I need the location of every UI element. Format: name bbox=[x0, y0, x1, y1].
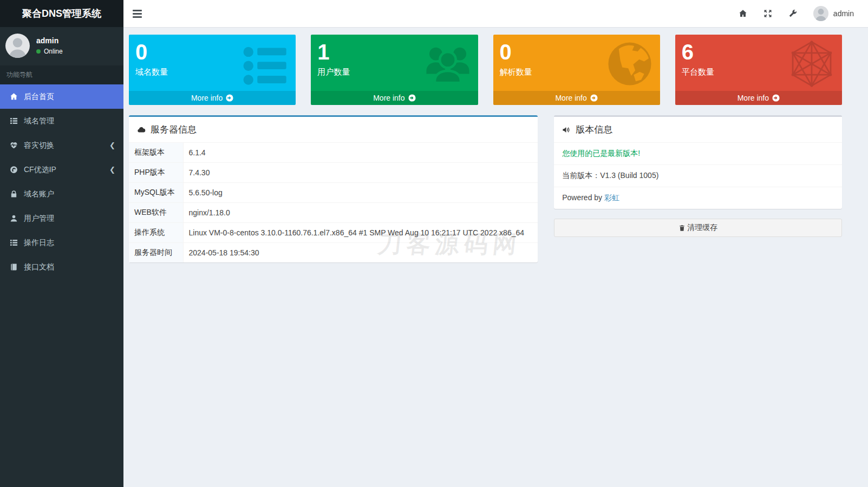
stat-box-platforms: 6 平台数量 More info bbox=[675, 35, 842, 105]
version-info-panel: 版本信息 您使用的已是最新版本! 当前版本：V1.3 (Build 1005) … bbox=[554, 115, 842, 209]
table-row: MySQL版本5.6.50-log bbox=[129, 183, 538, 203]
sidebar-item-api-docs[interactable]: 接口文档 bbox=[0, 255, 123, 279]
more-info-label: More info bbox=[191, 94, 223, 102]
chevron-left-icon: ❮ bbox=[109, 142, 115, 149]
trash-icon bbox=[678, 225, 686, 232]
sidebar-item-domain-manage[interactable]: 域名管理 bbox=[0, 109, 123, 133]
more-info-link[interactable]: More info bbox=[311, 91, 478, 105]
powered-by: Powered by 彩虹 bbox=[554, 187, 842, 209]
more-info-label: More info bbox=[373, 94, 404, 102]
chevron-left-icon: ❮ bbox=[109, 166, 115, 173]
app-logo: 聚合DNS管理系统 bbox=[0, 0, 123, 27]
latest-version-message: 您使用的已是最新版本! bbox=[554, 143, 842, 165]
sidebar-item-operation-log[interactable]: 操作日志 bbox=[0, 231, 123, 255]
server-info-header: 服务器信息 bbox=[129, 117, 538, 143]
globe-icon bbox=[10, 166, 18, 174]
stat-value: 6 bbox=[682, 40, 836, 64]
stat-boxes-row: 0 域名数量 More info 1 用户数量 More info bbox=[129, 35, 842, 105]
version-list: 您使用的已是最新版本! 当前版本：V1.3 (Build 1005) Power… bbox=[554, 143, 842, 209]
sidebar-item-label: 接口文档 bbox=[24, 262, 54, 272]
stat-box-users: 1 用户数量 More info bbox=[311, 35, 478, 105]
sidebar-item-failover[interactable]: 容灾切换 ❮ bbox=[0, 133, 123, 157]
list-icon bbox=[10, 117, 18, 125]
sidebar-toggle-button[interactable] bbox=[123, 0, 151, 27]
arrow-circle-icon bbox=[590, 94, 598, 102]
arrow-circle-icon bbox=[226, 94, 233, 102]
sidebar-item-label: 操作日志 bbox=[24, 238, 54, 248]
table-row: 操作系统Linux VM-0-8-centos 3.10.0-1160.76.1… bbox=[129, 223, 538, 243]
powered-by-link[interactable]: 彩虹 bbox=[604, 193, 619, 202]
sidebar-user-panel: admin Online bbox=[0, 27, 123, 65]
panel-title: 版本信息 bbox=[576, 123, 612, 136]
heartbeat-icon bbox=[10, 141, 18, 149]
lock-icon bbox=[10, 190, 18, 198]
volume-icon bbox=[562, 126, 571, 134]
user-menu[interactable]: admin bbox=[813, 6, 854, 21]
more-info-link[interactable]: More info bbox=[675, 91, 842, 105]
user-status-label: Online bbox=[44, 48, 63, 55]
sidebar-item-label: 域名管理 bbox=[24, 116, 54, 126]
settings-wrench-icon[interactable] bbox=[788, 9, 797, 18]
server-info-panel: 服务器信息 框架版本6.1.4 PHP版本7.4.30 MySQL版本5.6.5… bbox=[129, 115, 538, 262]
table-row: PHP版本7.4.30 bbox=[129, 163, 538, 183]
table-row: 框架版本6.1.4 bbox=[129, 143, 538, 163]
online-status-dot bbox=[36, 49, 41, 54]
panel-title: 服务器信息 bbox=[151, 123, 197, 136]
sidebar-item-cf-ip[interactable]: CF优选IP ❮ bbox=[0, 157, 123, 182]
stat-label: 用户数量 bbox=[317, 67, 471, 77]
navbar-user-name: admin bbox=[833, 9, 854, 18]
more-info-link[interactable]: More info bbox=[129, 91, 296, 105]
stat-value: 0 bbox=[500, 40, 654, 64]
current-version: 当前版本：V1.3 (Build 1005) bbox=[554, 165, 842, 187]
home-icon bbox=[10, 93, 18, 101]
navbar-right: admin bbox=[739, 6, 868, 21]
arrow-circle-icon bbox=[772, 94, 780, 102]
sidebar-item-label: 域名账户 bbox=[24, 189, 54, 199]
sidebar-item-label: CF优选IP bbox=[24, 165, 56, 175]
user-status: Online bbox=[36, 48, 63, 55]
avatar bbox=[813, 6, 828, 21]
table-row: 服务器时间2024-05-18 19:54:30 bbox=[129, 243, 538, 263]
sidebar-item-label: 用户管理 bbox=[24, 214, 54, 223]
book-icon bbox=[10, 263, 18, 271]
avatar bbox=[5, 34, 30, 58]
more-info-label: More info bbox=[738, 94, 769, 102]
stat-value: 0 bbox=[135, 40, 289, 64]
sidebar-item-domain-accounts[interactable]: 域名账户 bbox=[0, 182, 123, 206]
sidebar-user-name: admin bbox=[36, 36, 63, 45]
stat-label: 域名数量 bbox=[135, 67, 289, 77]
fullscreen-icon[interactable] bbox=[763, 9, 772, 18]
stat-label: 解析数量 bbox=[500, 67, 654, 77]
more-info-label: More info bbox=[555, 94, 586, 102]
clear-cache-button[interactable]: 清理缓存 bbox=[554, 219, 842, 237]
arrow-circle-icon bbox=[408, 94, 416, 102]
stat-box-domains: 0 域名数量 More info bbox=[129, 35, 296, 105]
stat-box-records: 0 解析数量 More info bbox=[493, 35, 660, 105]
nav-section-header: 功能导航 bbox=[0, 65, 123, 84]
more-info-link[interactable]: More info bbox=[493, 91, 660, 105]
sidebar-item-label: 后台首页 bbox=[24, 92, 54, 102]
sidebar: 聚合DNS管理系统 admin Online 功能导航 后台首页 域名管理 容灾… bbox=[0, 0, 123, 487]
home-icon[interactable] bbox=[739, 9, 747, 18]
sidebar-item-user-manage[interactable]: 用户管理 bbox=[0, 206, 123, 231]
top-navbar: admin bbox=[123, 0, 868, 27]
stat-value: 1 bbox=[317, 40, 471, 64]
version-info-header: 版本信息 bbox=[554, 117, 842, 143]
server-info-table: 框架版本6.1.4 PHP版本7.4.30 MySQL版本5.6.50-log … bbox=[129, 143, 538, 262]
sidebar-item-label: 容灾切换 bbox=[24, 141, 54, 150]
sidebar-menu: 后台首页 域名管理 容灾切换 ❮ CF优选IP ❮ 域名账户 用户管理 操作日志 bbox=[0, 84, 123, 279]
log-list-icon bbox=[10, 239, 18, 247]
sidebar-item-dashboard[interactable]: 后台首页 bbox=[0, 84, 123, 109]
app-title: 聚合DNS管理系统 bbox=[22, 7, 101, 20]
cloud-icon bbox=[137, 126, 146, 134]
user-icon bbox=[10, 214, 18, 222]
content: 0 域名数量 More info 1 用户数量 More info bbox=[123, 0, 868, 487]
stat-label: 平台数量 bbox=[682, 67, 836, 77]
table-row: WEB软件nginx/1.18.0 bbox=[129, 203, 538, 223]
